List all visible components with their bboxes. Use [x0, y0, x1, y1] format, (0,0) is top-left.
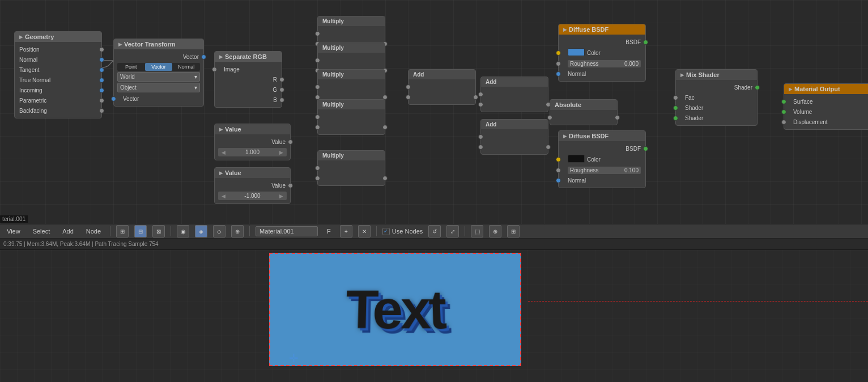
socket-diff2-color[interactable]	[556, 157, 561, 162]
socket-mix-out[interactable]	[755, 85, 760, 90]
refresh-btn[interactable]: ↺	[428, 225, 441, 237]
gizmo-btn[interactable]: ⊕	[489, 225, 501, 237]
socket-diff2-normal[interactable]	[556, 178, 561, 183]
socket-add2-in2[interactable]	[478, 102, 483, 107]
socket-abs-out[interactable]	[615, 115, 620, 120]
view-mode-3[interactable]: ⊠	[152, 225, 165, 237]
socket-mix-fac[interactable]	[673, 95, 678, 100]
collapse-icon[interactable]: ▶	[19, 35, 23, 40]
socket-mul4-in2[interactable]	[315, 125, 320, 130]
remove-btn[interactable]: ✕	[358, 225, 371, 237]
socket-add3-in1[interactable]	[478, 134, 483, 139]
socket-mul4-out[interactable]	[382, 125, 388, 130]
node-mix-shader[interactable]: ▶ Mix Shader Shader Fac Shader Shader	[675, 69, 758, 126]
node-vector-transform[interactable]: ▶ Vector Transform Vector Point Vector N…	[113, 39, 204, 107]
socket-val1-out[interactable]	[288, 139, 293, 145]
tool-2[interactable]: ◈	[195, 225, 207, 237]
overlay-btn[interactable]: ⬚	[471, 225, 483, 237]
socket-diff2-roughness[interactable]	[556, 168, 561, 173]
use-nodes-checkbox[interactable]	[382, 228, 390, 235]
value-1-slider[interactable]: ◀ 1.000 ▶	[218, 148, 287, 156]
socket-g[interactable]	[279, 87, 284, 92]
socket-vt-vector-out[interactable]	[201, 54, 206, 60]
socket-diff1-normal[interactable]	[556, 71, 561, 77]
node-multiply-5[interactable]: Multiply	[317, 150, 385, 186]
roughness-field-2[interactable]: Roughness 0.100	[568, 167, 641, 174]
collapse-icon-srgb[interactable]: ▶	[219, 54, 223, 60]
extra-btn[interactable]: ⊞	[507, 225, 520, 237]
node-value-2[interactable]: ▶ Value Value ◀ -1.000 ▶	[214, 167, 291, 204]
node-material-output[interactable]: ▶ Material Output Surface Volume Displac…	[784, 83, 868, 130]
menu-node[interactable]: Node	[83, 227, 104, 236]
add-btn[interactable]: +	[340, 225, 352, 237]
socket-diff1-color[interactable]	[556, 50, 561, 56]
node-diffuse-bsdf-2[interactable]: ▶ Diffuse BSDF BSDF Color Roughness	[558, 130, 646, 188]
material-name-input[interactable]	[256, 226, 318, 236]
socket-incoming[interactable]	[99, 88, 104, 93]
socket-mul1-in1[interactable]	[315, 31, 320, 36]
socket-add1-in2[interactable]	[406, 95, 411, 100]
view-mode-1[interactable]: ⊞	[116, 225, 129, 237]
tool-4[interactable]: ⊕	[231, 225, 244, 237]
socket-mix-shader2[interactable]	[673, 116, 678, 121]
socket-mat-volume[interactable]	[781, 109, 786, 114]
socket-vt-vector-in[interactable]	[111, 96, 116, 101]
snap-btn[interactable]: ⤢	[446, 225, 459, 237]
node-add-1[interactable]: Add	[408, 69, 476, 105]
object-dropdown[interactable]: Object ▾	[117, 83, 200, 92]
menu-select[interactable]: Select	[29, 227, 54, 236]
socket-add2-in1[interactable]	[478, 92, 483, 97]
socket-backfacing[interactable]	[99, 108, 104, 113]
socket-mix-shader1[interactable]	[673, 105, 678, 111]
socket-image[interactable]	[212, 67, 217, 72]
socket-position[interactable]	[99, 47, 104, 52]
menu-add[interactable]: Add	[59, 227, 77, 236]
socket-mul5-out[interactable]	[382, 176, 388, 181]
color-swatch-1[interactable]	[568, 48, 585, 56]
socket-diff1-roughness[interactable]	[556, 61, 561, 66]
tool-1[interactable]: ◉	[177, 225, 189, 237]
f-label[interactable]: F	[324, 227, 334, 236]
node-absolute[interactable]: Absolute	[550, 99, 618, 125]
menu-view[interactable]: View	[3, 227, 24, 236]
socket-normal[interactable]	[99, 57, 104, 62]
collapse-icon-vt[interactable]: ▶	[118, 42, 122, 47]
socket-mul5-in1[interactable]	[315, 165, 320, 171]
socket-add1-in1[interactable]	[406, 84, 411, 90]
socket-add3-out[interactable]	[546, 145, 551, 150]
socket-val2-out[interactable]	[288, 183, 293, 188]
node-multiply-4[interactable]: Multiply	[317, 99, 385, 135]
socket-mul3-in1[interactable]	[315, 84, 320, 90]
node-value-1[interactable]: ▶ Value Value ◀ 1.000 ▶	[214, 124, 291, 160]
socket-add1-out[interactable]	[473, 95, 478, 100]
viewport[interactable]: Text ✛	[0, 250, 868, 382]
tool-3[interactable]: ◇	[213, 225, 225, 237]
use-nodes-toggle[interactable]: Use Nodes	[382, 228, 423, 235]
socket-r[interactable]	[279, 77, 284, 82]
socket-add3-in2[interactable]	[478, 145, 483, 150]
socket-b[interactable]	[279, 97, 284, 103]
node-add-3[interactable]: Add	[480, 119, 548, 155]
socket-parametric[interactable]	[99, 98, 104, 103]
color-swatch-2[interactable]	[568, 155, 585, 163]
socket-mat-displacement[interactable]	[781, 120, 786, 125]
socket-mul2-in1[interactable]	[315, 58, 320, 63]
socket-diff1-out[interactable]	[643, 40, 648, 45]
node-add-2[interactable]: Add	[480, 77, 548, 112]
view-mode-2[interactable]: ⊟	[134, 225, 147, 237]
tab-vector[interactable]: Vector	[145, 63, 173, 71]
socket-mul5-in2[interactable]	[315, 176, 320, 181]
node-geometry[interactable]: ▶ Geometry Position Normal Tangent True …	[14, 31, 102, 118]
socket-true-normal[interactable]	[99, 78, 104, 83]
tab-normal[interactable]: Normal	[172, 63, 200, 71]
socket-abs-in[interactable]	[547, 115, 552, 120]
tab-point[interactable]: Point	[117, 63, 145, 71]
node-diffuse-bsdf-1[interactable]: ▶ Diffuse BSDF BSDF Color Roughness	[558, 24, 646, 82]
roughness-field-1[interactable]: Roughness 0.000	[568, 60, 641, 67]
socket-diff2-out[interactable]	[643, 146, 648, 151]
value-2-slider[interactable]: ◀ -1.000 ▶	[218, 192, 287, 200]
socket-mul4-in1[interactable]	[315, 114, 320, 120]
node-separate-rgb[interactable]: ▶ Separate RGB Image R G B	[214, 51, 282, 108]
socket-tangent[interactable]	[99, 67, 104, 73]
socket-mat-surface[interactable]	[781, 99, 786, 104]
